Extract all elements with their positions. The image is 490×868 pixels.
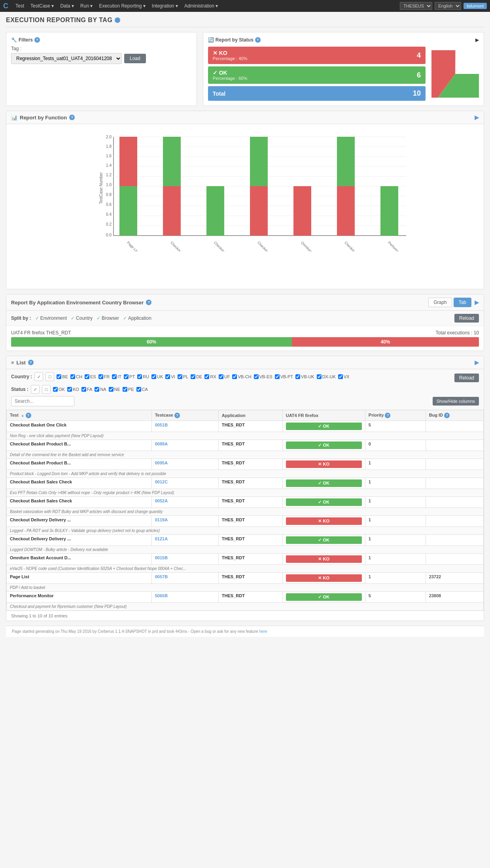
testcase-link-4[interactable]: 0052A xyxy=(155,498,168,503)
country-rx: RX xyxy=(204,374,216,379)
nav-test[interactable]: Test xyxy=(12,3,27,9)
country-vbpt: VB-PT xyxy=(275,374,293,379)
col-application[interactable]: Application xyxy=(218,410,282,421)
uat-progress-bar: 60% 40% xyxy=(11,337,479,347)
testcase-link-9[interactable]: 5065B xyxy=(155,593,168,598)
svg-text:Checkout Basket Product Block: Checkout Basket Product Block xyxy=(170,241,208,251)
uat-bar-section: UAT4 FR firefox THES_RDT Total execution… xyxy=(6,326,484,351)
nav-administration[interactable]: Administration ▾ xyxy=(181,3,221,9)
graph-button[interactable]: Graph xyxy=(428,298,452,307)
cell-desc-2: Product block - Logged Dom tom - Add MKP… xyxy=(7,470,484,478)
report-status-info-icon[interactable]: ? xyxy=(255,37,261,43)
report-env-expand-icon[interactable]: ▶ xyxy=(475,299,479,306)
col-priority-info[interactable]: ? xyxy=(385,413,390,418)
testcase-link-7[interactable]: 0015B xyxy=(155,555,168,560)
cell-priority-3: 1 xyxy=(365,478,426,489)
tag-select[interactable]: Regression_Tests_uat01_UAT4_2016041208 xyxy=(11,53,122,64)
cell-desc-6: Logged DOMTOM - Bulky article - Delivery… xyxy=(7,546,484,554)
col-test-info[interactable]: ? xyxy=(26,413,31,418)
table-row: Checkout Basket Sales Check 0052A THES_R… xyxy=(7,497,484,508)
bar-cboc-ok xyxy=(206,186,224,236)
testcase-link-5[interactable]: 0119A xyxy=(155,517,168,522)
table-row-desc: Logged DOMTOM - Bulky article - Delivery… xyxy=(7,546,484,554)
cell-testcase-4[interactable]: 0052A xyxy=(151,497,218,508)
nav-integration[interactable]: Integration ▾ xyxy=(149,3,181,9)
country-check-all[interactable]: ✓ xyxy=(34,372,43,381)
bar-pagelist-ko xyxy=(119,137,137,186)
cell-testcase-7[interactable]: 0015B xyxy=(151,554,218,565)
report-env-header: Report By Application Environement Count… xyxy=(6,294,484,311)
instance-selector[interactable]: THESEUS xyxy=(400,2,432,10)
country-dxuk: DX-UK xyxy=(317,374,336,379)
uat-label: UAT4 FR firefox THES_RDT xyxy=(11,330,71,336)
search-input[interactable] xyxy=(11,396,74,406)
country-de: DE xyxy=(191,374,202,379)
page-content: EXECUTION REPORTING BY TAG ? 🔧 Filters ?… xyxy=(0,12,490,642)
cell-testcase-3[interactable]: 0012C xyxy=(151,478,218,489)
col-testcase[interactable]: Testcase ? xyxy=(151,410,218,421)
table-row-desc: Product block - Logged Dom tom - Add MKP… xyxy=(7,470,484,478)
filters-info-icon[interactable]: ? xyxy=(34,37,40,43)
report-function-expand-icon[interactable]: ▶ xyxy=(475,114,479,121)
language-selector[interactable]: English xyxy=(435,2,461,10)
svg-text:1.0: 1.0 xyxy=(106,183,112,187)
cell-testcase-5[interactable]: 0119A xyxy=(151,516,218,527)
status-cards: ✕ KO Percentage : 40% 4 ✓ OK Percentage … xyxy=(208,47,426,101)
nav-execution-reporting[interactable]: Execution Reporting ▾ xyxy=(96,3,148,9)
cell-testcase-9[interactable]: 5065B xyxy=(151,592,218,603)
report-env-info-icon[interactable]: ? xyxy=(146,300,151,305)
cell-testcase-1[interactable]: 0089A xyxy=(151,440,218,451)
cell-testcase-2[interactable]: 0095A xyxy=(151,459,218,470)
svg-text:0.6: 0.6 xyxy=(106,202,112,207)
status-check-all[interactable]: ✓ xyxy=(31,385,40,394)
nav-run[interactable]: Run ▾ xyxy=(77,3,96,9)
testcase-link-6[interactable]: 0121A xyxy=(155,536,168,541)
svg-text:0.2: 0.2 xyxy=(106,222,112,226)
cell-app-7: THES_RDT xyxy=(218,554,282,565)
show-hide-columns-button[interactable]: Show/Hide columns xyxy=(433,397,479,406)
list-info-icon[interactable]: ? xyxy=(28,360,34,365)
cell-testcase-6[interactable]: 0121A xyxy=(151,535,218,546)
col-uat4[interactable]: UAT4 FR firefox xyxy=(282,410,365,421)
results-table: Test ▲ ? Testcase ? Application UAT4 FR … xyxy=(6,410,484,611)
cell-status-0: ✓ OK xyxy=(282,421,365,432)
app-logo[interactable]: C xyxy=(3,2,8,10)
load-button[interactable]: Load xyxy=(124,54,146,63)
report-status-expand-icon[interactable]: ▶ xyxy=(475,37,479,43)
col-bugid[interactable]: Bug ID ? xyxy=(426,410,483,421)
cell-bugid-1 xyxy=(426,440,483,451)
col-test[interactable]: Test ▲ ? xyxy=(7,410,152,421)
nav-data[interactable]: Data ▾ xyxy=(57,3,77,9)
country-uncheck-all[interactable]: □ xyxy=(45,372,54,381)
col-testcase-info[interactable]: ? xyxy=(174,413,180,418)
tab-button[interactable]: Tab xyxy=(454,298,471,307)
view-toggle: Graph Tab xyxy=(428,298,471,307)
footer-link[interactable]: here xyxy=(259,629,267,634)
status-uncheck-all[interactable]: □ xyxy=(42,385,51,394)
cell-status-4: ✓ OK xyxy=(282,497,365,508)
col-priority[interactable]: Priority ? xyxy=(365,410,426,421)
env-reload-button[interactable]: Reload xyxy=(454,314,479,323)
report-function-info-icon[interactable]: ? xyxy=(69,115,75,120)
bar-chart-svg: 2.0 1.8 1.6 1.4 1.2 1.0 0.8 0.6 xyxy=(31,133,473,251)
col-bugid-info[interactable]: ? xyxy=(444,413,450,418)
status-badge-8: ✕ KO xyxy=(286,574,362,582)
list-expand-icon[interactable]: ▶ xyxy=(475,359,479,366)
cell-testcase-8[interactable]: 0057B xyxy=(151,573,218,584)
page-title-info-icon[interactable]: ? xyxy=(115,17,120,23)
testcase-link-3[interactable]: 0012C xyxy=(155,479,168,484)
table-container: Test ▲ ? Testcase ? Application UAT4 FR … xyxy=(6,410,484,611)
testcase-link-8[interactable]: 0057B xyxy=(155,574,168,579)
svg-text:1.2: 1.2 xyxy=(106,173,112,177)
testcase-link-0[interactable]: 0051B xyxy=(155,423,168,427)
nav-testcase[interactable]: TestCase ▾ xyxy=(27,3,57,9)
testcase-link-1[interactable]: 0089A xyxy=(155,442,168,446)
cell-test-9: Performance Monitor xyxy=(7,592,152,603)
report-env-panel: Report By Application Environement Count… xyxy=(6,294,484,351)
testcase-link-2[interactable]: 0095A xyxy=(155,460,168,465)
cell-testcase-0[interactable]: 0051B xyxy=(151,421,218,432)
table-row: Performance Monitor 5065B THES_RDT ✓ OK … xyxy=(7,592,484,603)
cell-desc-5: Logged - PA RDT and 3x BULKY - Validate … xyxy=(7,527,484,535)
cell-test-0: Checkout Basket One Click xyxy=(7,421,152,432)
list-reload-button[interactable]: Reload xyxy=(454,374,479,382)
